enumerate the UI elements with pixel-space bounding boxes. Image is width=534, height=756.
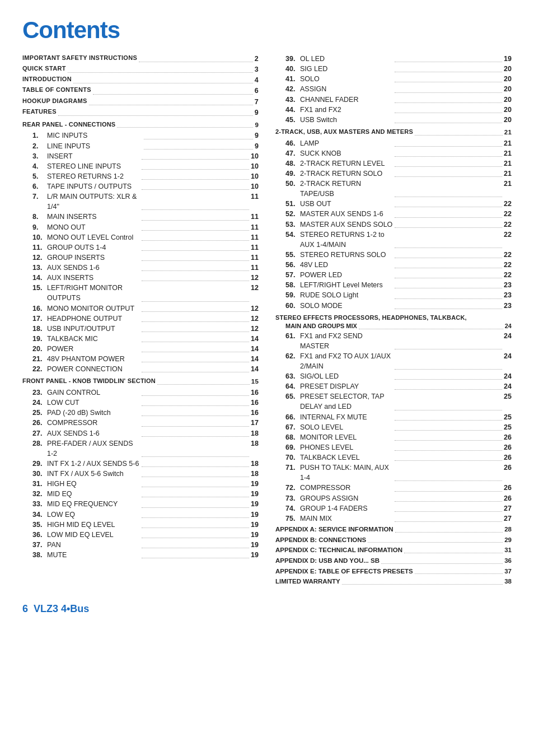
toc-numbered-entry: 71. PUSH TO TALK: MAIN, AUX 1-4 26 (275, 463, 512, 483)
toc-group-header: REAR PANEL - CONNECTIONS 9 (22, 120, 259, 130)
toc-numbered-entry: 15. LEFT/RIGHT MONITOR OUTPUTS 12 (22, 283, 259, 303)
toc-appendix-entry: APPENDIX E: TABLE of EFFECTS PRESETS 37 (275, 567, 512, 576)
toc-numbered-entry: 54. STEREO RETURNS 1-2 to AUX 1-4/MAIN 2… (275, 230, 512, 250)
toc-numbered-entry: 62. FX1 and FX2 TO AUX 1/AUX 2/MAIN 24 (275, 351, 512, 371)
toc-appendix-entry: APPENDIX B: CONNECTIONS 29 (275, 535, 512, 545)
right-column: 39. OL LED 19 40. SIG LED 20 41. SOLO 20 (275, 54, 512, 586)
toc-numbered-entry: 28. PRE-FADER / AUX SENDS 1-2 18 (22, 438, 259, 459)
toc-group-header: FRONT PANEL - KNOB TWIDDLIN' SECTION 15 (22, 377, 259, 386)
toc-container: IMPORTANT SAFETY INSTRUCTIONS 2 QUICK ST… (22, 54, 512, 586)
toc-appendix-entry: LIMITED WARRANTY 38 (275, 577, 512, 586)
toc-numbered-entry: 65. PRESET SELECTOR, TAP DELAY and LED 2… (275, 391, 512, 412)
toc-appendix-entry: APPENDIX A: SERVICE INFORMATION 28 (275, 525, 512, 534)
page-title: Contents (22, 17, 512, 44)
toc-numbered-entry: 7. L/R MAIN OUTPUTS: XLR & 1/4" 11 (22, 192, 259, 212)
toc-appendix-entry: APPENDIX D: USB and YOU... SB 36 (275, 556, 512, 566)
toc-numbered-entry: 60. SOLO MODE 23 (275, 301, 512, 311)
left-column: IMPORTANT SAFETY INSTRUCTIONS 2 QUICK ST… (22, 54, 259, 586)
page-footer: 6 VLZ3 4•Bus (22, 603, 512, 615)
toc-numbered-entry: 61. FX1 and FX2 SEND MASTER 24 (275, 331, 512, 351)
footer-page-number: 6 (22, 603, 28, 615)
toc-numbered-entry: 45. USB Switch 20 (275, 115, 512, 125)
toc-numbered-entry: 50. 2-TRACK RETURN TAPE/USB 21 (275, 179, 512, 199)
toc-appendix-entry: APPENDIX C: TECHNICAL INFORMATION 31 (275, 545, 512, 555)
toc-numbered-entry: 38. MUTE 19 (22, 550, 259, 560)
footer-brand: VLZ3 4•Bus (34, 603, 89, 615)
toc-group-header: 2-TRACK, USB, AUX MASTERS and METERS 21 (275, 128, 512, 137)
toc-numbered-entry: 22. POWER CONNECTION 14 (22, 364, 259, 374)
toc-top-entry: FEATURES 9 (22, 108, 259, 118)
toc-numbered-entry: 75. MAIN MIX 27 (275, 514, 512, 524)
